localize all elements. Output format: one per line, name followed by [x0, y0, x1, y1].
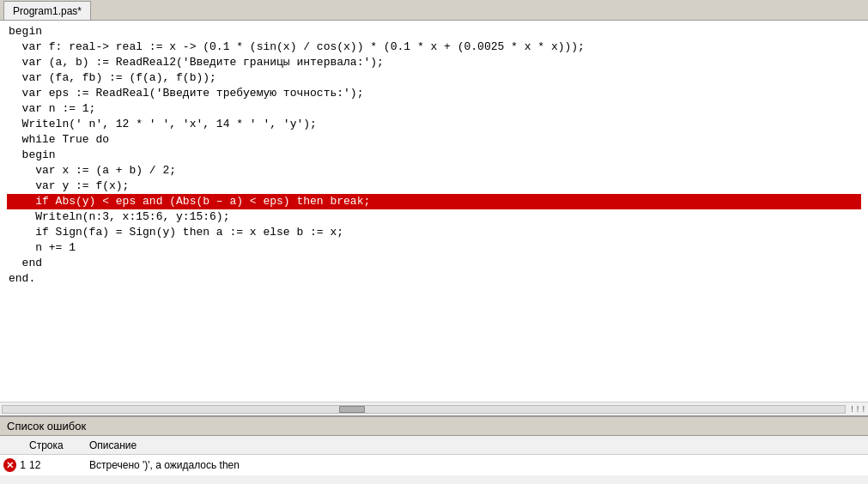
error-row[interactable]: ✕ 1 12 Встречено ')', а ожидалось then [0, 455, 868, 475]
code-line-2: var f: real-> real := x -> (0.1 * (sin(x… [7, 39, 861, 55]
code-line-10: var x := (a + b) / 2; [7, 163, 861, 178]
code-line-12: if Abs(y) < eps and (Abs(b – a) < eps) t… [7, 194, 861, 209]
tab-bar: Program1.pas* [0, 0, 868, 21]
code-line-15: n += 1 [7, 240, 861, 256]
code-line-1: begin [7, 24, 861, 39]
code-line-3: var (a, b) := ReadReal2('Введите границы… [7, 55, 861, 70]
code-line-6: var n := 1; [7, 101, 861, 117]
code-line-16: end [7, 256, 861, 271]
error-description: Встречено ')', а ожидалось then [86, 459, 868, 471]
error-panel: Список ошибок Строка Описание ✕ 1 12 Вст… [0, 415, 868, 484]
code-line-7: Writeln(' n', 12 * ' ', 'x', 14 * ' ', '… [7, 117, 861, 132]
code-line-9: begin [7, 148, 861, 163]
tab-program1[interactable]: Program1.pas* [3, 1, 91, 20]
error-icon: ✕ [3, 458, 16, 472]
code-line-17: end. [7, 271, 861, 287]
error-panel-title-text: Список ошибок [7, 420, 86, 433]
code-line-5: var eps := ReadReal('Введите требуемую т… [7, 86, 861, 101]
scrollbar-track[interactable] [2, 405, 846, 414]
editor-inner: begin var f: real-> real := x -> (0.1 * … [0, 21, 868, 402]
error-panel-title: Список ошибок [0, 417, 868, 436]
code-line-14: if Sign(fa) = Sign(y) then a := x else b… [7, 225, 861, 240]
editor-container: begin var f: real-> real := x -> (0.1 * … [0, 21, 868, 415]
code-line-4: var (fa, fb) := (f(a), f(b)); [7, 70, 861, 86]
code-line-11: var y := f(x); [7, 178, 861, 194]
error-index: 1 [20, 459, 26, 471]
horizontal-scrollbar[interactable]: !!! [0, 402, 868, 415]
error-num: ✕ 1 [0, 458, 26, 472]
error-table-header: Строка Описание [0, 436, 868, 455]
code-line-8: while True do [7, 132, 861, 148]
scrollbar-thumb[interactable] [339, 406, 365, 413]
code-area[interactable]: begin var f: real-> real := x -> (0.1 * … [0, 21, 868, 402]
scrollbar-label: !!! [849, 404, 866, 414]
code-line-13: Writeln(n:3, x:15:6, y:15:6); [7, 209, 861, 225]
error-line: 12 [26, 459, 86, 471]
error-table: Строка Описание ✕ 1 12 Встречено ')', а … [0, 436, 868, 484]
col-header-line: Строка [26, 439, 86, 451]
col-header-desc: Описание [86, 439, 868, 451]
tab-label: Program1.pas* [13, 5, 82, 17]
